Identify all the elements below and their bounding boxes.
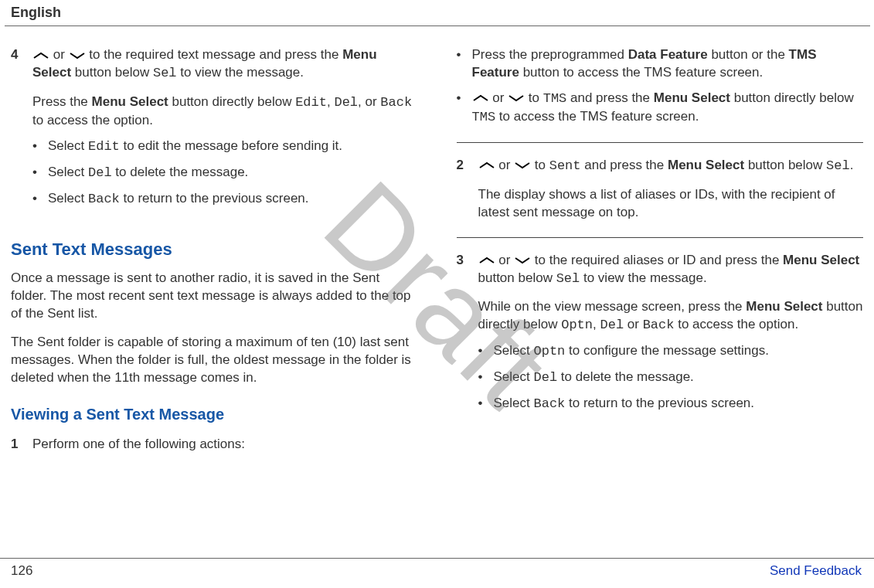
bullet-dot: •: [457, 46, 472, 82]
bullet-dot: •: [32, 138, 48, 156]
section-heading-sent-text-messages: Sent Text Messages: [11, 238, 418, 261]
left-column: 4 or to the required text message and pr…: [11, 46, 418, 461]
up-arrow-icon: [472, 90, 489, 107]
bullet-dot: •: [457, 90, 472, 127]
step-3: 3 or to the required aliases or ID and p…: [457, 252, 864, 422]
list-item: • Press the preprogrammed Data Feature b…: [457, 46, 864, 82]
list-item: • Select Edit to edit the message before…: [32, 138, 418, 156]
step-1: 1 Perform one of the following actions:: [11, 436, 418, 454]
bullet-dot: •: [478, 369, 494, 387]
column-rule: [457, 142, 864, 143]
bullet-dot: •: [478, 342, 494, 361]
list-item: • Select Del to delete the message.: [32, 164, 418, 182]
step-number: 4: [11, 46, 32, 216]
step1-text: Perform one of the following actions:: [32, 436, 418, 454]
down-arrow-icon: [514, 157, 531, 175]
section-heading-viewing-sent: Viewing a Sent Text Message: [11, 404, 418, 425]
list-item: • Select Back to return to the previous …: [32, 190, 418, 209]
step3-para2: While on the view message screen, press …: [478, 298, 864, 335]
step2-para1: or to Sent and press the Menu Select but…: [478, 157, 864, 175]
column-rule: [457, 237, 864, 238]
bullet-dot: •: [478, 395, 494, 413]
list-item: • or to TMS and press the Menu Select bu…: [457, 90, 864, 127]
up-arrow-icon: [478, 157, 495, 175]
step3-para1: or to the required aliases or ID and pre…: [478, 252, 864, 288]
down-arrow-icon: [69, 46, 86, 64]
down-arrow-icon: [508, 90, 525, 107]
up-arrow-icon: [32, 46, 49, 64]
step4-para2: Press the Menu Select button directly be…: [32, 93, 418, 130]
list-item: • Select Back to return to the previous …: [478, 395, 864, 413]
step-number: 3: [457, 252, 478, 422]
step-number: 2: [457, 157, 478, 222]
right-column: • Press the preprogrammed Data Feature b…: [457, 46, 864, 461]
list-item: • Select Optn to configure the message s…: [478, 342, 864, 361]
step-2: 2 or to Sent and press the Menu Select b…: [457, 157, 864, 222]
send-feedback-link[interactable]: Send Feedback: [770, 563, 862, 579]
step-4: 4 or to the required text message and pr…: [11, 46, 418, 216]
para-sent-folder-intro: Once a message is sent to another radio,…: [11, 270, 418, 323]
page-number: 126: [11, 563, 32, 579]
down-arrow-icon: [514, 252, 531, 270]
step4-para1: or to the required text message and pres…: [32, 46, 418, 83]
page-header: English: [0, 0, 874, 25]
bullet-dot: •: [32, 190, 48, 209]
step-number: 1: [11, 436, 32, 454]
step2-para2: The display shows a list of aliases or I…: [478, 186, 864, 222]
para-sent-folder-capacity: The Sent folder is capable of storing a …: [11, 334, 418, 387]
up-arrow-icon: [478, 252, 495, 270]
list-item: • Select Del to delete the message.: [478, 369, 864, 387]
bullet-dot: •: [32, 164, 48, 182]
language-label: English: [11, 5, 61, 20]
